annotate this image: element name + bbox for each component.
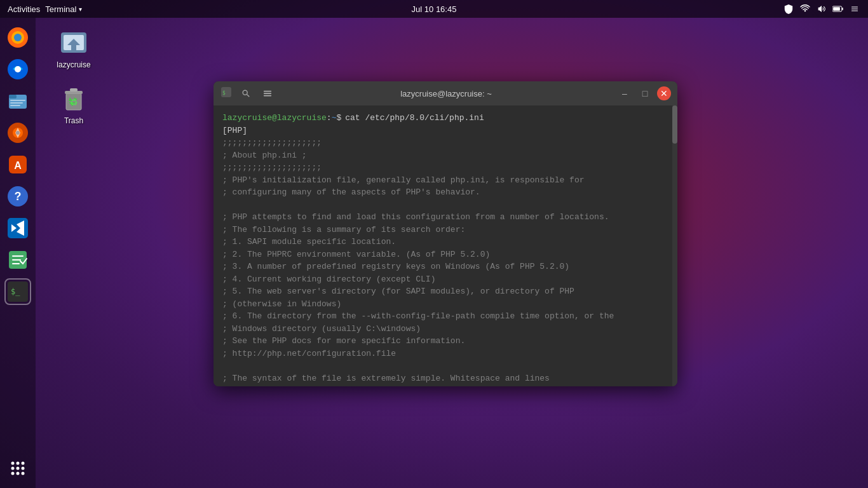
svg-point-25: [17, 462, 20, 465]
topbar-datetime: Jul 10 16:45: [412, 4, 457, 14]
svg-rect-20: [8, 218, 28, 238]
dock-files[interactable]: [4, 88, 31, 114]
svg-rect-9: [9, 95, 17, 98]
comment-7: ; The following is a summary of its sear…: [222, 224, 668, 236]
dock-apps-grid[interactable]: [4, 455, 31, 482]
svg-text:$: $: [222, 90, 226, 96]
svg-text:?: ?: [15, 190, 22, 203]
svg-point-27: [11, 467, 15, 470]
svg-rect-1: [842, 8, 843, 10]
trash-label: Trash: [64, 116, 83, 125]
svg-point-26: [22, 462, 25, 465]
comment-4: ; PHP's initialization file, generally c…: [222, 174, 668, 187]
terminal-scrollbar[interactable]: [672, 105, 677, 386]
comment-5: ; configuring many of the aspects of PHP…: [222, 186, 668, 199]
topbar-right: [783, 3, 860, 15]
prompt-user: lazycruise@lazycruise: [222, 112, 327, 125]
svg-point-29: [22, 467, 25, 470]
svg-rect-45: [264, 93, 271, 94]
comment-11: ; 4. Current working directory (except C…: [222, 273, 668, 286]
blank-1: [222, 199, 668, 212]
shield-icon[interactable]: [783, 3, 794, 15]
terminal-window: $ l: [214, 81, 677, 386]
comment-15: ; Windows directory (usually C:\windows): [222, 323, 668, 336]
svg-point-5: [14, 34, 22, 41]
svg-rect-12: [10, 105, 20, 106]
search-button[interactable]: [238, 85, 254, 102]
terminal-scrollbar-thumb[interactable]: [672, 105, 677, 144]
dock-help[interactable]: ?: [4, 183, 31, 210]
comment-9: ; 2. The PHPRC environment variable. (As…: [222, 248, 668, 261]
svg-rect-2: [833, 7, 840, 11]
desktop: lazycruise ♻ Trash: [36, 18, 868, 488]
dock-vscode[interactable]: [4, 215, 31, 241]
volume-icon[interactable]: [816, 3, 827, 15]
svg-point-42: [243, 90, 247, 95]
dock-terminal[interactable]: $_: [4, 278, 31, 305]
left-dock: A ? $_: [0, 18, 36, 488]
comment-14: ; 6. The directory from the --with-confi…: [222, 310, 668, 323]
system-menu-icon[interactable]: [849, 3, 860, 15]
svg-rect-38: [70, 88, 78, 92]
activities-button[interactable]: Activities: [8, 4, 40, 14]
lazycruise-icon: [58, 27, 89, 58]
terminal-title: lazycruise@lazycruise: ~: [276, 89, 616, 98]
comment-17: ; http://php.net/configuration.file: [222, 348, 668, 360]
comment-1: ;;;;;;;;;;;;;;;;;;;;: [222, 137, 668, 149]
terminal-menu-chevron: ▾: [79, 6, 82, 13]
comment-8: ; 1. SAPI module specific location.: [222, 236, 668, 248]
comment-16: ; See the PHP docs for more specific inf…: [222, 335, 668, 348]
titlebar-left: $: [220, 85, 276, 102]
comment-19: ; beginning with a semicolon are silentl…: [222, 384, 668, 386]
svg-rect-11: [10, 102, 23, 104]
svg-point-28: [17, 467, 20, 470]
topbar-left: Activities Terminal ▾: [8, 4, 82, 14]
dock-tasks[interactable]: [4, 247, 31, 273]
desktop-icon-lazycruise[interactable]: lazycruise: [48, 27, 99, 69]
terminal-tab-icon: $: [220, 86, 233, 101]
svg-rect-35: [71, 45, 76, 50]
svg-rect-44: [264, 91, 271, 92]
terminal-titlebar: $ l: [214, 81, 677, 105]
titlebar-buttons: – □ ✕: [616, 85, 671, 102]
menu-button[interactable]: [259, 85, 276, 102]
topbar: Activities Terminal ▾ Jul 10 16:45: [0, 0, 868, 18]
minimize-button[interactable]: –: [616, 85, 633, 102]
wifi-icon[interactable]: [799, 3, 811, 15]
comment-13: ; (otherwise in Windows): [222, 298, 668, 311]
php-bracket-line: [PHP]: [222, 125, 668, 137]
svg-point-30: [11, 472, 15, 475]
svg-text:A: A: [14, 160, 22, 171]
svg-point-31: [17, 472, 20, 475]
blank-2: [222, 360, 668, 372]
svg-point-32: [22, 472, 25, 475]
svg-rect-10: [10, 100, 25, 101]
prompt-line: lazycruise@lazycruise:~$ cat /etc/php/8.…: [222, 112, 668, 125]
svg-text:$_: $_: [11, 287, 20, 296]
comment-2: ; About php.ini ;: [222, 149, 668, 162]
dock-firefox[interactable]: [4, 24, 31, 51]
terminal-menu-label: Terminal: [45, 4, 76, 14]
comment-12: ; 5. The web server's directory (for SAP…: [222, 285, 668, 298]
trash-icon: ♻: [58, 83, 89, 114]
svg-point-7: [15, 66, 21, 72]
comment-6: ; PHP attempts to find and load this con…: [222, 211, 668, 224]
svg-line-43: [247, 95, 250, 97]
comment-10: ; 3. A number of predefined registry key…: [222, 261, 668, 273]
terminal-body[interactable]: lazycruise@lazycruise:~$ cat /etc/php/8.…: [214, 105, 677, 386]
lazycruise-label: lazycruise: [57, 60, 90, 69]
svg-rect-46: [264, 95, 271, 97]
close-button[interactable]: ✕: [657, 86, 671, 100]
comment-18: ; The syntax of the file is extremely si…: [222, 372, 668, 385]
dock-rhythmbox[interactable]: [4, 119, 31, 146]
svg-point-24: [11, 462, 15, 465]
dock-thunderbird[interactable]: [4, 56, 31, 83]
desktop-icon-trash[interactable]: ♻ Trash: [48, 83, 99, 125]
maximize-button[interactable]: □: [637, 85, 653, 102]
dock-software[interactable]: A: [4, 151, 31, 178]
svg-text:♻: ♻: [70, 97, 78, 107]
battery-icon[interactable]: [832, 3, 844, 15]
comment-3: ;;;;;;;;;;;;;;;;;;;;: [222, 161, 668, 174]
terminal-menu[interactable]: Terminal ▾: [45, 4, 82, 14]
